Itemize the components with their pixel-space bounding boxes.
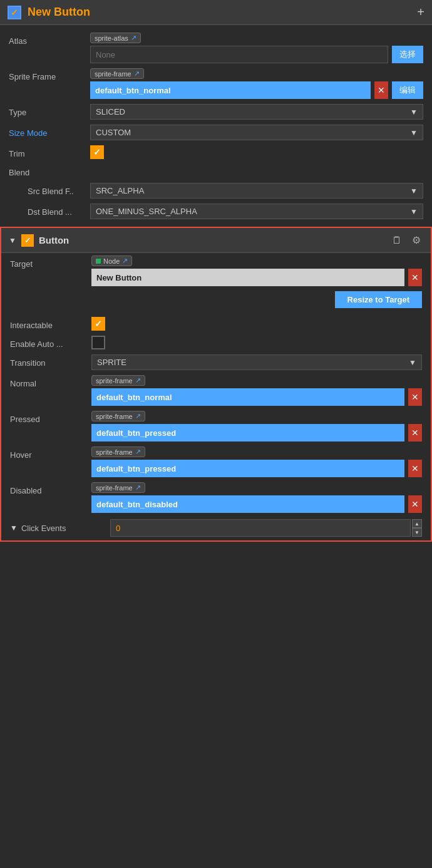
enable-auto-label: Enable Auto ... bbox=[10, 336, 91, 349]
atlas-content: sprite-atlas ↗ 选择 bbox=[90, 33, 423, 63]
interactable-checkbox[interactable]: ✓ bbox=[91, 317, 105, 331]
hover-row: Hover sprite-frame ↗ ✕ bbox=[1, 444, 431, 480]
size-mode-dropdown[interactable]: CUSTOM ▼ bbox=[90, 125, 423, 140]
normal-label: Normal bbox=[10, 375, 91, 388]
disabled-tag: sprite-frame ↗ bbox=[91, 482, 145, 493]
size-mode-dropdown-arrow: ▼ bbox=[410, 128, 418, 137]
component-title: New Button bbox=[28, 6, 411, 19]
atlas-ext-icon[interactable]: ↗ bbox=[131, 34, 136, 42]
docs-icon[interactable]: 🗒 bbox=[389, 234, 404, 247]
button-section-header: ▼ ✓ Button 🗒 ⚙ bbox=[1, 228, 431, 253]
target-tag: Node ↗ bbox=[91, 256, 132, 266]
transition-content: SPRITE ▼ bbox=[91, 354, 422, 370]
enable-auto-content bbox=[91, 336, 422, 349]
interactable-label: Interactable bbox=[10, 317, 91, 330]
trim-row: Trim ✓ bbox=[0, 143, 432, 162]
transition-value: SPRITE bbox=[97, 358, 126, 367]
atlas-row: Atlas sprite-atlas ↗ 选择 bbox=[0, 30, 432, 66]
hover-tag-text: sprite-frame bbox=[96, 448, 133, 456]
click-events-row: ▼ Click Events ▲ ▼ bbox=[1, 515, 431, 540]
atlas-label: Atlas bbox=[9, 33, 90, 46]
sprite-frame-label: Sprite Frame bbox=[9, 68, 90, 81]
normal-row: Normal sprite-frame ↗ ✕ bbox=[1, 373, 431, 408]
src-blend-label: Src Blend F.. bbox=[9, 183, 90, 196]
sprite-frame-input-row: ✕ 编辑 bbox=[90, 81, 423, 99]
button-component-section: ▼ ✓ Button 🗒 ⚙ Target Node ↗ ✕ Resize to… bbox=[0, 227, 432, 542]
click-events-label: ▼ Click Events bbox=[10, 524, 110, 533]
button-collapse-arrow[interactable]: ▼ bbox=[9, 236, 16, 245]
hover-ext-icon[interactable]: ↗ bbox=[135, 448, 141, 456]
target-ext-icon[interactable]: ↗ bbox=[122, 257, 128, 265]
pressed-input-row: ✕ bbox=[91, 424, 422, 442]
gear-icon[interactable]: ⚙ bbox=[409, 233, 423, 247]
target-content: Node ↗ ✕ bbox=[91, 256, 422, 286]
interactable-row: Interactable ✓ bbox=[1, 314, 431, 333]
target-clear-button[interactable]: ✕ bbox=[408, 269, 422, 286]
dst-blend-row: Dst Blend ... ONE_MINUS_SRC_ALPHA ▼ bbox=[0, 201, 432, 222]
src-blend-value: SRC_ALPHA bbox=[96, 186, 144, 195]
hover-input[interactable] bbox=[91, 460, 404, 477]
atlas-select-button[interactable]: 选择 bbox=[392, 46, 423, 63]
disabled-clear-button[interactable]: ✕ bbox=[408, 495, 422, 513]
type-dropdown-arrow: ▼ bbox=[410, 108, 418, 116]
disabled-row: Disabled sprite-frame ↗ ✕ bbox=[1, 480, 431, 515]
sprite-component-properties: Atlas sprite-atlas ↗ 选择 Sprite Frame spr… bbox=[0, 25, 432, 227]
click-events-increment-button[interactable]: ▲ bbox=[412, 519, 422, 528]
dst-blend-content: ONE_MINUS_SRC_ALPHA ▼ bbox=[90, 204, 423, 219]
atlas-tag: sprite-atlas ↗ bbox=[90, 33, 141, 43]
button-enabled-checkbox[interactable]: ✓ bbox=[21, 234, 34, 247]
hover-label: Hover bbox=[10, 447, 91, 460]
sprite-frame-content: sprite-frame ↗ ✕ 编辑 bbox=[90, 68, 423, 99]
interactable-content: ✓ bbox=[91, 317, 422, 331]
target-input[interactable] bbox=[91, 269, 404, 286]
pressed-input[interactable] bbox=[91, 424, 404, 442]
blend-row: Blend bbox=[0, 162, 432, 180]
atlas-tag-text: sprite-atlas bbox=[95, 34, 128, 42]
target-input-row: ✕ bbox=[91, 269, 422, 286]
type-row: Type SLICED ▼ bbox=[0, 101, 432, 122]
hover-input-row: ✕ bbox=[91, 460, 422, 477]
hover-clear-button[interactable]: ✕ bbox=[408, 460, 422, 477]
header-checkbox[interactable]: ✓ bbox=[8, 6, 21, 19]
type-dropdown[interactable]: SLICED ▼ bbox=[90, 104, 423, 120]
resize-to-target-button[interactable]: Resize to Target bbox=[335, 291, 422, 308]
hover-content: sprite-frame ↗ ✕ bbox=[91, 447, 422, 477]
blend-label: Blend bbox=[9, 164, 90, 177]
normal-input[interactable] bbox=[91, 388, 404, 406]
disabled-ext-icon[interactable]: ↗ bbox=[135, 483, 141, 492]
click-events-decrement-button[interactable]: ▼ bbox=[412, 528, 422, 537]
transition-dropdown[interactable]: SPRITE ▼ bbox=[91, 354, 422, 370]
disabled-input[interactable] bbox=[91, 495, 404, 513]
pressed-ext-icon[interactable]: ↗ bbox=[135, 412, 141, 420]
transition-label: Transition bbox=[10, 354, 91, 368]
transition-dropdown-arrow: ▼ bbox=[409, 358, 416, 367]
target-tag-text: Node bbox=[103, 257, 120, 265]
disabled-content: sprite-frame ↗ ✕ bbox=[91, 482, 422, 513]
sprite-frame-edit-button[interactable]: 编辑 bbox=[392, 81, 423, 99]
sprite-frame-ext-icon[interactable]: ↗ bbox=[134, 70, 140, 78]
atlas-input[interactable] bbox=[90, 46, 388, 63]
enable-auto-checkbox[interactable] bbox=[91, 336, 105, 349]
pressed-clear-button[interactable]: ✕ bbox=[408, 424, 422, 442]
node-green-dot bbox=[96, 259, 101, 264]
sprite-frame-input[interactable] bbox=[90, 81, 371, 99]
button-section-title: Button bbox=[39, 235, 384, 245]
src-blend-dropdown[interactable]: SRC_ALPHA ▼ bbox=[90, 183, 423, 199]
dst-blend-dropdown[interactable]: ONE_MINUS_SRC_ALPHA ▼ bbox=[90, 204, 423, 219]
normal-clear-button[interactable]: ✕ bbox=[408, 388, 422, 406]
src-blend-content: SRC_ALPHA ▼ bbox=[90, 183, 423, 199]
click-events-collapse-arrow[interactable]: ▼ bbox=[10, 524, 18, 532]
sprite-frame-clear-button[interactable]: ✕ bbox=[374, 81, 388, 99]
normal-content: sprite-frame ↗ ✕ bbox=[91, 375, 422, 406]
hover-tag: sprite-frame ↗ bbox=[91, 447, 145, 457]
checkmark-icon: ✓ bbox=[11, 8, 18, 18]
click-events-input[interactable] bbox=[110, 519, 411, 537]
add-component-button[interactable]: + bbox=[417, 5, 424, 19]
size-mode-row: Size Mode CUSTOM ▼ bbox=[0, 122, 432, 143]
normal-input-row: ✕ bbox=[91, 388, 422, 406]
sprite-frame-row: Sprite Frame sprite-frame ↗ ✕ 编辑 bbox=[0, 66, 432, 101]
trim-checkbox[interactable]: ✓ bbox=[90, 145, 104, 159]
target-label: Target bbox=[10, 256, 91, 269]
component-header: ✓ New Button + bbox=[0, 0, 432, 25]
normal-ext-icon[interactable]: ↗ bbox=[135, 376, 141, 385]
